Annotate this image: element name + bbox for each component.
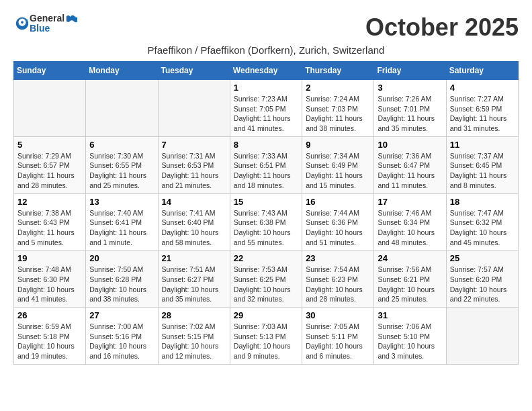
calendar-cell-4-0: 26 Sunrise: 6:59 AM Sunset: 5:18 PM Dayl… (14, 308, 86, 365)
day-info: Sunrise: 7:26 AM Sunset: 7:01 PM Dayligh… (378, 94, 442, 134)
daylight-text: Daylight: 11 hours and 11 minutes. (378, 171, 435, 189)
sunrise-text: Sunrise: 7:54 AM (306, 265, 359, 273)
sunrise-text: Sunrise: 7:56 AM (378, 265, 431, 273)
sunset-text: Sunset: 6:36 PM (306, 218, 358, 226)
calendar-cell-2-0: 12 Sunrise: 7:38 AM Sunset: 6:43 PM Dayl… (14, 193, 86, 250)
daylight-text: Daylight: 11 hours and 28 minutes. (17, 171, 75, 189)
sunset-text: Sunset: 5:18 PM (17, 332, 70, 340)
day-number: 16 (306, 197, 370, 207)
calendar-cell-3-4: 23 Sunrise: 7:54 AM Sunset: 6:23 PM Dayl… (302, 250, 374, 308)
week-row-5: 26 Sunrise: 6:59 AM Sunset: 5:18 PM Dayl… (14, 308, 519, 365)
calendar-cell-3-5: 24 Sunrise: 7:56 AM Sunset: 6:21 PM Dayl… (374, 250, 446, 308)
sunset-text: Sunset: 6:49 PM (306, 161, 358, 169)
calendar-cell-1-6: 11 Sunrise: 7:37 AM Sunset: 6:45 PM Dayl… (446, 136, 518, 193)
sunset-text: Sunset: 6:53 PM (162, 161, 214, 169)
daylight-text: Daylight: 11 hours and 31 minutes. (450, 114, 507, 132)
col-friday: Friday (374, 62, 446, 80)
logo-wave-icon (65, 14, 77, 24)
day-info: Sunrise: 7:29 AM Sunset: 6:57 PM Dayligh… (17, 151, 82, 191)
day-number: 31 (378, 310, 442, 320)
calendar-cell-1-2: 7 Sunrise: 7:31 AM Sunset: 6:53 PM Dayli… (158, 136, 230, 193)
day-info: Sunrise: 7:34 AM Sunset: 6:49 PM Dayligh… (306, 151, 370, 191)
sunset-text: Sunset: 6:25 PM (234, 275, 286, 283)
calendar-cell-0-5: 3 Sunrise: 7:26 AM Sunset: 7:01 PM Dayli… (374, 80, 446, 137)
day-number: 1 (234, 83, 298, 93)
daylight-text: Daylight: 11 hours and 35 minutes. (378, 114, 435, 132)
col-thursday: Thursday (302, 62, 374, 80)
sunrise-text: Sunrise: 7:43 AM (234, 209, 287, 217)
day-info: Sunrise: 7:41 AM Sunset: 6:40 PM Dayligh… (162, 208, 226, 248)
day-info: Sunrise: 7:33 AM Sunset: 6:51 PM Dayligh… (234, 151, 298, 191)
logo-general: General (30, 13, 64, 24)
day-info: Sunrise: 7:02 AM Sunset: 5:15 PM Dayligh… (162, 322, 226, 361)
day-info: Sunrise: 7:48 AM Sunset: 6:30 PM Dayligh… (17, 265, 82, 304)
day-info: Sunrise: 7:38 AM Sunset: 6:43 PM Dayligh… (17, 208, 82, 248)
day-info: Sunrise: 7:37 AM Sunset: 6:45 PM Dayligh… (450, 151, 515, 191)
day-number: 5 (17, 140, 82, 150)
daylight-text: Daylight: 11 hours and 41 minutes. (234, 114, 291, 132)
sunset-text: Sunset: 6:20 PM (450, 275, 502, 283)
daylight-text: Daylight: 11 hours and 18 minutes. (234, 171, 291, 189)
day-info: Sunrise: 7:47 AM Sunset: 6:32 PM Dayligh… (450, 208, 515, 248)
daylight-text: Daylight: 10 hours and 12 minutes. (162, 342, 219, 360)
day-info: Sunrise: 7:44 AM Sunset: 6:36 PM Dayligh… (306, 208, 370, 248)
sunrise-text: Sunrise: 7:24 AM (306, 95, 359, 103)
day-number: 8 (234, 140, 298, 150)
day-number: 22 (234, 253, 298, 263)
col-tuesday: Tuesday (158, 62, 230, 80)
sunrise-text: Sunrise: 7:37 AM (450, 152, 504, 160)
day-number: 27 (89, 310, 154, 320)
col-sunday: Sunday (14, 62, 86, 80)
day-number: 10 (378, 140, 442, 150)
sunrise-text: Sunrise: 7:31 AM (162, 152, 216, 160)
sunrise-text: Sunrise: 7:05 AM (306, 322, 359, 330)
sunrise-text: Sunrise: 7:50 AM (89, 265, 143, 273)
calendar-cell-1-3: 8 Sunrise: 7:33 AM Sunset: 6:51 PM Dayli… (230, 136, 302, 193)
day-info: Sunrise: 6:59 AM Sunset: 5:18 PM Dayligh… (17, 322, 82, 361)
sunset-text: Sunset: 6:23 PM (306, 275, 358, 283)
day-number: 25 (450, 253, 515, 263)
calendar-cell-1-5: 10 Sunrise: 7:36 AM Sunset: 6:47 PM Dayl… (374, 136, 446, 193)
day-number: 20 (89, 253, 154, 263)
day-info: Sunrise: 7:24 AM Sunset: 7:03 PM Dayligh… (306, 94, 370, 134)
day-number: 11 (450, 140, 515, 150)
week-row-1: 1 Sunrise: 7:23 AM Sunset: 7:05 PM Dayli… (14, 80, 519, 137)
col-wednesday: Wednesday (230, 62, 302, 80)
sunset-text: Sunset: 5:10 PM (378, 332, 430, 340)
sunrise-text: Sunrise: 7:34 AM (306, 152, 359, 160)
sunrise-text: Sunrise: 7:06 AM (378, 322, 431, 330)
sunrise-text: Sunrise: 7:41 AM (162, 209, 216, 217)
calendar-cell-0-2 (158, 80, 230, 137)
day-number: 9 (306, 140, 370, 150)
daylight-text: Daylight: 11 hours and 5 minutes. (17, 228, 75, 246)
day-info: Sunrise: 7:00 AM Sunset: 5:16 PM Dayligh… (89, 322, 154, 361)
day-info: Sunrise: 7:51 AM Sunset: 6:27 PM Dayligh… (162, 265, 226, 304)
daylight-text: Daylight: 10 hours and 32 minutes. (234, 285, 291, 304)
logo-blue: Blue (30, 24, 77, 34)
sunset-text: Sunset: 7:01 PM (378, 105, 430, 113)
daylight-text: Daylight: 10 hours and 28 minutes. (306, 285, 363, 304)
col-saturday: Saturday (446, 62, 518, 80)
sunset-text: Sunset: 7:03 PM (306, 105, 358, 113)
daylight-text: Daylight: 10 hours and 16 minutes. (89, 342, 146, 360)
day-number: 2 (306, 83, 370, 93)
calendar-cell-2-4: 16 Sunrise: 7:44 AM Sunset: 6:36 PM Dayl… (302, 193, 374, 250)
subtitle: Pfaeffikon / Pfaeffikon (Dorfkern), Zuri… (13, 44, 519, 56)
calendar-cell-3-6: 25 Sunrise: 7:57 AM Sunset: 6:20 PM Dayl… (446, 250, 518, 308)
sunset-text: Sunset: 6:38 PM (234, 218, 286, 226)
calendar-cell-4-4: 30 Sunrise: 7:05 AM Sunset: 5:11 PM Dayl… (302, 308, 374, 365)
day-info: Sunrise: 7:27 AM Sunset: 6:59 PM Dayligh… (450, 94, 515, 134)
day-info: Sunrise: 7:50 AM Sunset: 6:28 PM Dayligh… (89, 265, 154, 304)
sunrise-text: Sunrise: 7:38 AM (17, 209, 71, 217)
sunset-text: Sunset: 5:16 PM (89, 332, 142, 340)
week-row-2: 5 Sunrise: 7:29 AM Sunset: 6:57 PM Dayli… (14, 136, 519, 193)
day-number: 28 (162, 310, 226, 320)
sunrise-text: Sunrise: 7:53 AM (234, 265, 287, 273)
daylight-text: Daylight: 11 hours and 25 minutes. (89, 171, 146, 189)
daylight-text: Daylight: 10 hours and 55 minutes. (234, 228, 291, 246)
day-number: 23 (306, 253, 370, 263)
day-number: 17 (378, 197, 442, 207)
calendar-cell-4-1: 27 Sunrise: 7:00 AM Sunset: 5:16 PM Dayl… (86, 308, 158, 365)
sunrise-text: Sunrise: 7:44 AM (306, 209, 359, 217)
daylight-text: Daylight: 10 hours and 3 minutes. (378, 342, 435, 360)
